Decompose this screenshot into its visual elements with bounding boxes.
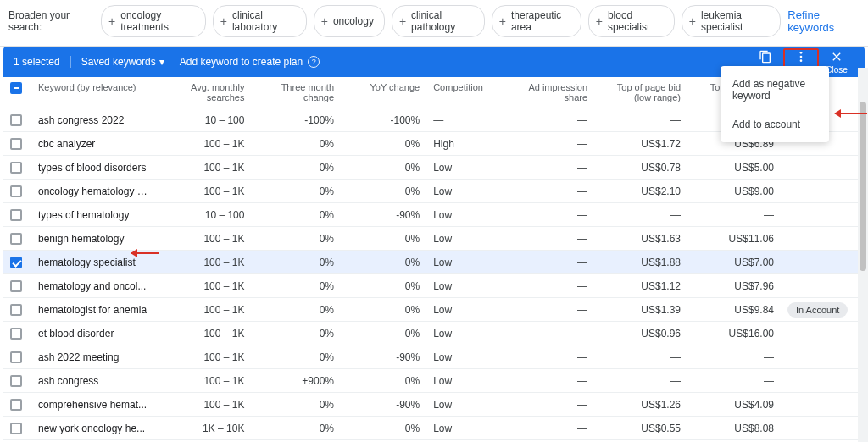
plus-icon: + xyxy=(220,15,227,27)
in-account-badge: In Account xyxy=(787,302,848,318)
cell-keyword: ash congress xyxy=(31,369,154,393)
broaden-chip[interactable]: +clinical pathology xyxy=(392,5,485,37)
chevron-down-icon: ▾ xyxy=(159,56,164,68)
cell-bid-high: US$5.00 xyxy=(687,156,781,180)
plus-icon: + xyxy=(596,15,603,27)
cell-ams: 100 – 1K xyxy=(154,180,251,203)
row-checkbox[interactable] xyxy=(10,257,22,268)
row-checkbox[interactable] xyxy=(10,209,22,221)
cell-bid-low: US$0.78 xyxy=(594,156,687,180)
table-row[interactable]: oncology hematology a...100 – 1K0%0%Low—… xyxy=(3,180,865,203)
cell-bid-high: US$7.96 xyxy=(687,274,781,298)
col-ams[interactable]: Avg. monthly searches xyxy=(154,77,251,108)
menu-add-negative[interactable]: Add as negative keyword xyxy=(721,69,829,110)
cell-yoy: -100% xyxy=(341,108,426,132)
row-checkbox[interactable] xyxy=(10,162,22,174)
chip-label: therapeutic area xyxy=(511,9,570,33)
plus-icon: + xyxy=(399,15,406,27)
col-keyword[interactable]: Keyword (by relevance) xyxy=(31,77,154,108)
broaden-chip[interactable]: +therapeutic area xyxy=(492,5,581,37)
table-row[interactable]: comprehensive hemat...100 – 1K0%-90%Low—… xyxy=(3,393,865,417)
saved-keywords-dropdown[interactable]: Saved keywords ▾ xyxy=(81,56,164,68)
row-checkbox[interactable] xyxy=(10,185,22,197)
cell-tmc: 0% xyxy=(251,156,341,180)
annotation-arrow-menu xyxy=(835,113,867,114)
cell-keyword: types of hematology xyxy=(31,203,154,227)
row-checkbox[interactable] xyxy=(10,304,22,316)
add-keyword-button[interactable]: Add keyword to create plan xyxy=(180,56,303,68)
chip-label: oncology treatments xyxy=(120,9,195,33)
cell-tmc: 0% xyxy=(251,274,341,298)
row-checkbox[interactable] xyxy=(10,375,22,387)
plus-icon: + xyxy=(321,15,328,27)
cell-ams: 100 – 1K xyxy=(154,322,251,345)
row-checkbox[interactable] xyxy=(10,351,22,363)
help-icon[interactable]: ? xyxy=(308,56,320,68)
cell-impression: — xyxy=(501,369,594,393)
scrollbar-thumb[interactable] xyxy=(860,102,866,271)
chip-list: +oncology treatments+clinical laboratory… xyxy=(101,5,781,37)
cell-tmc: 0% xyxy=(251,180,341,203)
row-checkbox[interactable] xyxy=(10,280,22,292)
cell-bid-low: — xyxy=(594,369,687,393)
row-checkbox[interactable] xyxy=(10,138,22,150)
table-row[interactable]: ash congress100 – 1K+900%0%Low——— xyxy=(3,369,865,393)
cell-bid-low: — xyxy=(594,108,687,132)
col-impression[interactable]: Ad impression share xyxy=(501,77,594,108)
saved-keywords-label: Saved keywords xyxy=(81,56,156,68)
chip-label: oncology xyxy=(333,15,374,27)
col-tmc[interactable]: Three month change xyxy=(251,77,341,108)
row-checkbox[interactable] xyxy=(10,114,22,126)
more-vert-icon xyxy=(794,50,808,64)
cell-yoy: 0% xyxy=(341,132,426,156)
table-row[interactable]: et blood disorder100 – 1K0%0%Low—US$0.96… xyxy=(3,322,865,345)
table-row[interactable]: new york oncology he...1K – 10K0%0%Low—U… xyxy=(3,417,865,440)
cell-impression: — xyxy=(501,393,594,417)
row-checkbox[interactable] xyxy=(10,328,22,340)
row-checkbox[interactable] xyxy=(10,423,22,434)
cell-bid-low: US$1.63 xyxy=(594,227,687,251)
table-row[interactable]: hematologist for anemia100 – 1K0%0%Low—U… xyxy=(3,298,865,322)
cell-yoy: 0% xyxy=(341,156,426,180)
cell-impression: — xyxy=(501,322,594,345)
cell-tmc: 0% xyxy=(251,322,341,345)
cell-keyword: ash congress 2022 xyxy=(31,108,154,132)
cell-competition: Low xyxy=(426,417,501,440)
table-row[interactable]: hematology and oncol...100 – 1K0%0%Low—U… xyxy=(3,274,865,298)
cell-bid-low: US$1.72 xyxy=(594,132,687,156)
broaden-chip[interactable]: +oncology xyxy=(314,5,385,37)
table-row[interactable]: types of hematology10 – 1000%-90%Low——— xyxy=(3,203,865,227)
select-all-checkbox[interactable] xyxy=(10,82,22,94)
selected-count: 1 selected xyxy=(14,56,71,68)
vertical-scrollbar[interactable] xyxy=(858,68,868,442)
cell-competition: Low xyxy=(426,251,501,274)
cell-keyword: hematology and oncol... xyxy=(31,274,154,298)
broaden-chip[interactable]: +clinical laboratory xyxy=(213,5,307,37)
menu-add-account[interactable]: Add to account xyxy=(721,110,829,139)
table-row[interactable]: types of blood disorders100 – 1K0%0%Low—… xyxy=(3,156,865,180)
row-checkbox[interactable] xyxy=(10,399,22,411)
cell-impression: — xyxy=(501,227,594,251)
cell-keyword: types of blood disorders xyxy=(31,156,154,180)
cell-tmc: 0% xyxy=(251,203,341,227)
cell-ams: 100 – 1K xyxy=(154,298,251,322)
cell-yoy: 0% xyxy=(341,417,426,440)
cell-bid-high: — xyxy=(687,369,781,393)
svg-point-2 xyxy=(800,59,803,62)
cell-account xyxy=(781,417,865,440)
cell-ams: 100 – 1K xyxy=(154,132,251,156)
col-competition[interactable]: Competition xyxy=(426,77,501,108)
table-row[interactable]: benign hematology100 – 1K0%0%Low—US$1.63… xyxy=(3,227,865,251)
table-row[interactable]: ash 2022 meeting100 – 1K0%-90%Low——— xyxy=(3,345,865,369)
row-checkbox[interactable] xyxy=(10,233,22,245)
broaden-chip[interactable]: +leukemia specialist xyxy=(682,5,782,37)
cell-account xyxy=(781,345,865,369)
col-yoy[interactable]: YoY change xyxy=(341,77,426,108)
broaden-chip[interactable]: +oncology treatments xyxy=(101,5,206,37)
cell-impression: — xyxy=(501,345,594,369)
col-bid-low[interactable]: Top of page bid (low range) xyxy=(594,77,687,108)
broaden-chip[interactable]: +blood specialist xyxy=(588,5,675,37)
cell-account xyxy=(781,156,865,180)
cell-competition: Low xyxy=(426,203,501,227)
refine-keywords-link[interactable]: Refine keywords xyxy=(787,8,860,34)
